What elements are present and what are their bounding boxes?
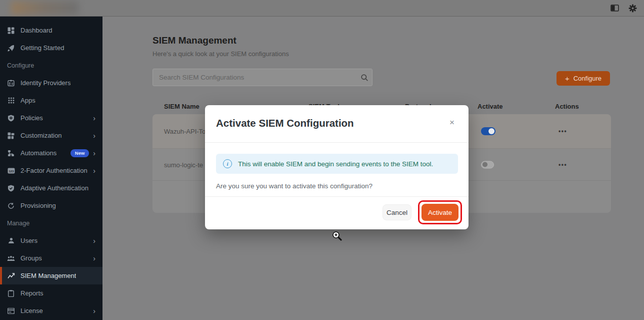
siem-name-cell: Wazuh-API-To xyxy=(164,128,206,135)
gear-icon[interactable] xyxy=(628,4,637,13)
sidebar-item-label: Reports xyxy=(20,289,44,297)
sidebar-item-users[interactable]: Users › xyxy=(0,232,102,249)
chevron-right-icon: › xyxy=(93,307,96,314)
plus-icon: + xyxy=(565,75,570,82)
sidebar-item-policies[interactable]: Policies › xyxy=(0,109,102,127)
search-input[interactable] xyxy=(153,74,357,81)
siem-name-cell: sumo-logic-te xyxy=(164,161,203,168)
sidebar-item-label: Users xyxy=(20,237,38,244)
page-title: SIEM Management xyxy=(152,35,236,46)
search-box xyxy=(152,69,372,86)
sidebar-item-customization[interactable]: Customization › xyxy=(0,127,102,144)
license-card-icon xyxy=(7,307,15,315)
info-icon: i xyxy=(223,159,232,168)
activate-siem-modal: Activate SIEM Configuration × i This wil… xyxy=(205,105,468,229)
dashboard-icon xyxy=(7,27,15,35)
sidebar-item-label: Adaptive Authentication xyxy=(20,184,88,192)
configure-button-label: Configure xyxy=(574,75,602,82)
sidebar-nav: Dashboard Getting Started Configure Iden… xyxy=(0,17,102,320)
clipboard-icon xyxy=(7,289,15,297)
cancel-button[interactable]: Cancel xyxy=(382,204,412,220)
shield-icon xyxy=(7,114,15,122)
chevron-right-icon: › xyxy=(93,115,96,122)
sidebar-section-manage: Manage xyxy=(0,214,102,232)
sidebar-item-label: Identity Providers xyxy=(20,79,70,87)
modal-title: Activate SIEM Configuration xyxy=(216,117,354,129)
top-bar xyxy=(0,0,644,17)
sidebar-item-siem-management[interactable]: SIEM Management xyxy=(0,267,102,284)
sidebar-item-label: 2-Factor Authentication xyxy=(20,167,88,174)
chevron-right-icon: › xyxy=(93,132,96,139)
apps-grid-icon xyxy=(7,97,15,105)
chevron-right-icon: › xyxy=(93,150,96,157)
rocket-icon xyxy=(7,44,15,52)
row-actions-menu[interactable]: ••• xyxy=(558,161,567,168)
sidebar-item-label: Getting Started xyxy=(20,44,64,52)
activate-button[interactable]: Activate xyxy=(422,204,458,221)
sync-icon xyxy=(7,202,15,210)
user-icon xyxy=(7,237,15,245)
sidebar-item-apps[interactable]: Apps xyxy=(0,92,102,109)
modal-footer-divider xyxy=(205,196,468,197)
close-icon[interactable]: × xyxy=(450,118,454,127)
group-icon xyxy=(7,254,15,262)
chevron-right-icon: › xyxy=(93,255,96,262)
confirmation-question: Are you sure you want to activate this c… xyxy=(216,182,372,190)
sidebar-item-groups[interactable]: Groups › xyxy=(0,249,102,267)
info-banner-text: This will enable SIEM and begin sending … xyxy=(238,160,433,168)
sidebar-item-label: Apps xyxy=(20,97,36,104)
svg-text:123: 123 xyxy=(8,169,14,172)
id-badge-icon xyxy=(7,79,15,87)
col-header-activate: Activate xyxy=(478,103,503,110)
chart-line-icon xyxy=(7,272,15,280)
sidebar-item-dashboard[interactable]: Dashboard xyxy=(0,22,102,39)
sidebar-item-2fa[interactable]: 123 2-Factor Authentication › xyxy=(0,162,102,179)
sidebar-section-configure: Configure xyxy=(0,57,102,74)
sidebar-item-label: Dashboard xyxy=(20,27,52,34)
sidebar-item-license[interactable]: License › xyxy=(0,302,102,319)
sidebar-item-label: Provisioning xyxy=(20,202,56,209)
sidebar-item-label: Customization xyxy=(20,132,62,139)
sidebar-item-label: Groups xyxy=(20,254,42,262)
chevron-right-icon: › xyxy=(93,237,96,244)
shield-check-icon xyxy=(7,184,15,192)
activate-toggle-off[interactable] xyxy=(481,161,494,168)
activate-toggle-on[interactable] xyxy=(481,127,496,135)
sidebar-item-automations[interactable]: Automations New › xyxy=(0,144,102,162)
search-icon[interactable] xyxy=(357,74,372,82)
configure-button[interactable]: + Configure xyxy=(556,71,610,86)
col-header-siem-name: SIEM Name xyxy=(164,103,200,110)
row-actions-menu[interactable]: ••• xyxy=(558,128,567,135)
sidebar-item-reports[interactable]: Reports xyxy=(0,284,102,302)
sidebar-item-getting-started[interactable]: Getting Started xyxy=(0,39,102,57)
sidebar-item-identity-providers[interactable]: Identity Providers xyxy=(0,74,102,92)
otp-123-icon: 123 xyxy=(7,167,15,175)
new-badge: New xyxy=(70,149,90,157)
sidebar-item-adaptive-auth[interactable]: Adaptive Authentication xyxy=(0,179,102,197)
sidebar-item-provisioning[interactable]: Provisioning xyxy=(0,197,102,214)
squares-icon xyxy=(7,132,15,140)
col-header-actions: Actions xyxy=(555,103,579,110)
page-subtitle: Here's a quick look at your SIEM configu… xyxy=(152,50,289,58)
sidebar-item-label: Policies xyxy=(20,114,43,122)
sidebar-item-label: License xyxy=(20,307,43,314)
info-banner: i This will enable SIEM and begin sendin… xyxy=(216,154,458,174)
modal-header: Activate SIEM Configuration × xyxy=(205,105,468,143)
sidebar-item-label: Automations xyxy=(20,149,56,157)
docs-book-icon[interactable] xyxy=(610,4,619,13)
workflow-icon xyxy=(7,149,15,157)
sidebar-item-label: SIEM Management xyxy=(20,272,76,279)
chevron-right-icon: › xyxy=(93,167,96,174)
app-logo xyxy=(11,1,78,15)
